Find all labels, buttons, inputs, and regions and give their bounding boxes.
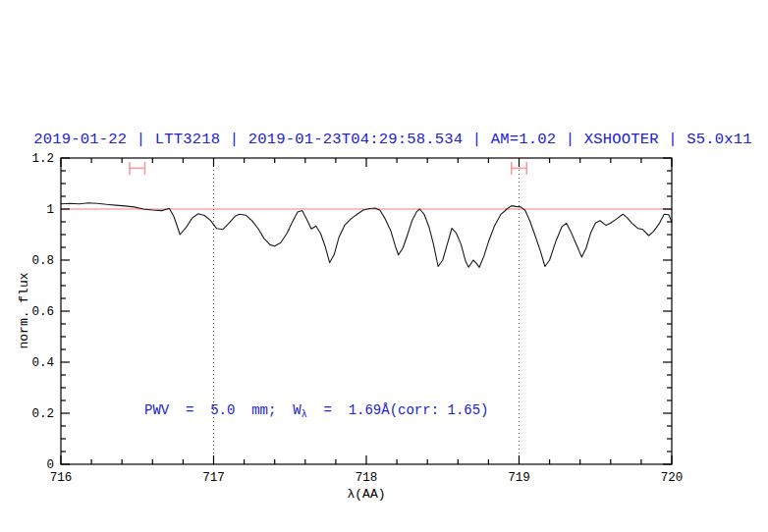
y-tick-label: 0.4: [31, 356, 54, 370]
x-tick-label: 717: [202, 471, 225, 485]
pwv-annotation-subscript: λ: [302, 409, 307, 420]
y-tick-label: 0: [46, 458, 54, 472]
x-tick-label: 719: [508, 471, 530, 485]
y-tick-label: 1.2: [31, 152, 54, 166]
pwv-annotation: PWV = 5.0 mm; Wλ = 1.69Å(corr: 1.65): [144, 402, 489, 418]
pwv-annotation-prefix: PWV = 5.0 mm; W: [144, 402, 302, 418]
y-tick-label: 0.8: [31, 254, 54, 268]
x-axis-label: λ(AA): [268, 487, 465, 502]
y-tick-label: 0.2: [31, 407, 54, 421]
y-tick-label: 1: [46, 203, 54, 217]
plot-frame: [61, 158, 672, 464]
x-tick-label: 716: [50, 471, 73, 485]
plot-canvas: 71671771871972000.20.40.60.811.2: [0, 0, 768, 532]
spectrum-figure: 2019-01-22 | LTT3218 | 2019-01-23T04:29:…: [0, 0, 768, 532]
spectrum-line: [61, 203, 672, 267]
pwv-annotation-suffix: = 1.69Å(corr: 1.65): [307, 402, 489, 418]
x-tick-label: 718: [356, 471, 378, 485]
y-axis-label: norm. flux: [17, 248, 31, 374]
x-tick-label: 720: [661, 471, 684, 485]
y-tick-label: 0.6: [31, 305, 54, 319]
